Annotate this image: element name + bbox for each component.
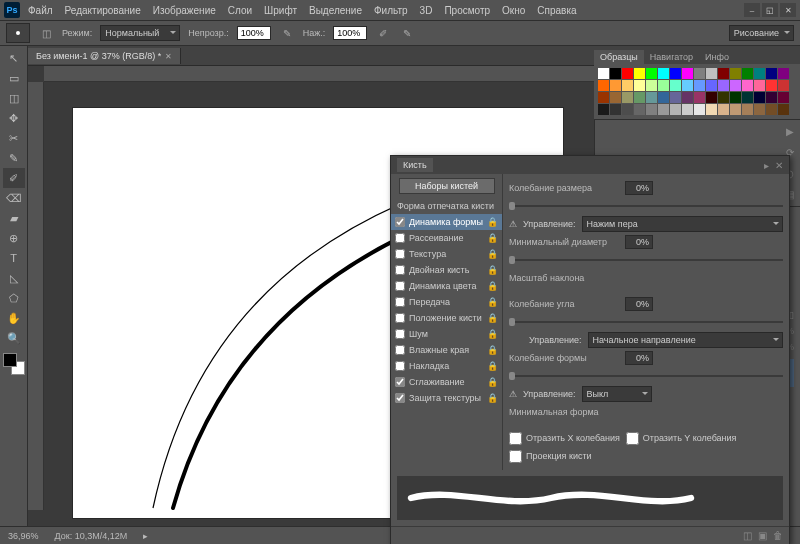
lock-icon[interactable]: 🔒	[487, 345, 498, 355]
menu-3D[interactable]: 3D	[414, 3, 439, 18]
lock-icon[interactable]: 🔒	[487, 297, 498, 307]
toggle-preview-icon[interactable]: ◫	[743, 530, 752, 541]
control-select-3[interactable]: Выкл	[582, 386, 652, 402]
swatch[interactable]	[718, 68, 729, 79]
close-button[interactable]: ✕	[780, 3, 796, 17]
control-select-2[interactable]: Начальное направление	[588, 332, 783, 348]
menu-Файл[interactable]: Файл	[22, 3, 59, 18]
panel-close-icon[interactable]: ✕	[775, 160, 783, 171]
brush-projection-checkbox[interactable]: Проекция кисти	[509, 450, 592, 463]
swatch[interactable]	[670, 80, 681, 91]
tool-9[interactable]: ⊕	[3, 228, 25, 248]
tool-8[interactable]: ▰	[3, 208, 25, 228]
pressure-opacity-icon[interactable]: ✎	[279, 25, 295, 41]
swatch[interactable]	[706, 80, 717, 91]
brush-option[interactable]: Передача🔒	[391, 294, 502, 310]
swatch[interactable]	[658, 80, 669, 91]
lock-icon[interactable]: 🔒	[487, 361, 498, 371]
swatch[interactable]	[718, 80, 729, 91]
menu-Окно[interactable]: Окно	[496, 3, 531, 18]
swatch[interactable]	[718, 92, 729, 103]
cursor-icon[interactable]: ▶	[786, 126, 794, 137]
tab-info[interactable]: Инфо	[699, 50, 735, 64]
brush-option[interactable]: Накладка🔒	[391, 358, 502, 374]
brush-option[interactable]: Сглаживание🔒	[391, 374, 502, 390]
delete-preset-icon[interactable]: 🗑	[773, 530, 783, 541]
status-chevron-icon[interactable]: ▸	[143, 531, 148, 541]
lock-icon[interactable]: 🔒	[487, 249, 498, 259]
swatch[interactable]	[670, 92, 681, 103]
tool-1[interactable]: ▭	[3, 68, 25, 88]
swatch[interactable]	[694, 68, 705, 79]
swatch[interactable]	[730, 80, 741, 91]
swatch[interactable]	[766, 80, 777, 91]
menu-Просмотр[interactable]: Просмотр	[438, 3, 496, 18]
swatch[interactable]	[610, 68, 621, 79]
menu-Шрифт[interactable]: Шрифт	[258, 3, 303, 18]
swatch[interactable]	[754, 68, 765, 79]
swatch[interactable]	[682, 92, 693, 103]
swatch[interactable]	[610, 80, 621, 91]
swatch[interactable]	[634, 104, 645, 115]
tool-7[interactable]: ⌫	[3, 188, 25, 208]
swatch[interactable]	[778, 92, 789, 103]
swatch[interactable]	[646, 92, 657, 103]
swatch[interactable]	[670, 68, 681, 79]
airbrush-icon[interactable]: ✐	[375, 25, 391, 41]
tool-12[interactable]: ⬠	[3, 288, 25, 308]
size-jitter-value[interactable]: 0%	[625, 181, 653, 195]
swatch[interactable]	[742, 80, 753, 91]
flip-y-checkbox[interactable]: Отразить Y колебания	[626, 432, 737, 445]
swatch[interactable]	[670, 104, 681, 115]
swatch[interactable]	[730, 104, 741, 115]
brush-settings-icon[interactable]: ◫	[38, 25, 54, 41]
brush-option[interactable]: Двойная кисть🔒	[391, 262, 502, 278]
tool-0[interactable]: ↖	[3, 48, 25, 68]
swatch[interactable]	[658, 92, 669, 103]
swatch[interactable]	[622, 92, 633, 103]
color-swatches[interactable]	[3, 353, 25, 375]
tab-close-icon[interactable]: ✕	[165, 52, 172, 61]
flip-x-checkbox[interactable]: Отразить X колебания	[509, 432, 620, 445]
new-preset-icon[interactable]: ▣	[758, 530, 767, 541]
tab-navigator[interactable]: Навигатор	[644, 50, 699, 64]
swatch[interactable]	[682, 104, 693, 115]
swatch[interactable]	[682, 80, 693, 91]
zoom-status[interactable]: 36,96%	[8, 531, 39, 541]
swatch[interactable]	[622, 104, 633, 115]
swatch[interactable]	[622, 68, 633, 79]
lock-icon[interactable]: 🔒	[487, 313, 498, 323]
menu-Фильтр[interactable]: Фильтр	[368, 3, 414, 18]
swatch[interactable]	[778, 80, 789, 91]
tool-10[interactable]: T	[3, 248, 25, 268]
swatch[interactable]	[730, 68, 741, 79]
swatch[interactable]	[754, 80, 765, 91]
lock-icon[interactable]: 🔒	[487, 393, 498, 403]
lock-icon[interactable]: 🔒	[487, 233, 498, 243]
size-jitter-slider[interactable]	[509, 200, 783, 212]
lock-icon[interactable]: 🔒	[487, 281, 498, 291]
angle-jitter-value[interactable]: 0%	[625, 297, 653, 311]
maximize-button[interactable]: ◱	[762, 3, 778, 17]
tool-2[interactable]: ◫	[3, 88, 25, 108]
swatch[interactable]	[646, 80, 657, 91]
swatch[interactable]	[766, 92, 777, 103]
swatch[interactable]	[766, 68, 777, 79]
swatch[interactable]	[658, 104, 669, 115]
swatch[interactable]	[742, 104, 753, 115]
swatch[interactable]	[646, 68, 657, 79]
tool-11[interactable]: ◺	[3, 268, 25, 288]
document-tab[interactable]: Без имени-1 @ 37% (RGB/8) *✕	[28, 48, 181, 64]
tool-6[interactable]: ✐	[3, 168, 25, 188]
minimize-button[interactable]: –	[744, 3, 760, 17]
tool-3[interactable]: ✥	[3, 108, 25, 128]
control-select-1[interactable]: Нажим пера	[582, 216, 783, 232]
swatch[interactable]	[694, 104, 705, 115]
swatch[interactable]	[706, 68, 717, 79]
swatch[interactable]	[730, 92, 741, 103]
brush-option[interactable]: Текстура🔒	[391, 246, 502, 262]
swatch[interactable]	[694, 80, 705, 91]
tool-5[interactable]: ✎	[3, 148, 25, 168]
brush-tip-header[interactable]: Форма отпечатка кисти	[391, 198, 502, 214]
opacity-input[interactable]: 100%	[237, 26, 271, 40]
